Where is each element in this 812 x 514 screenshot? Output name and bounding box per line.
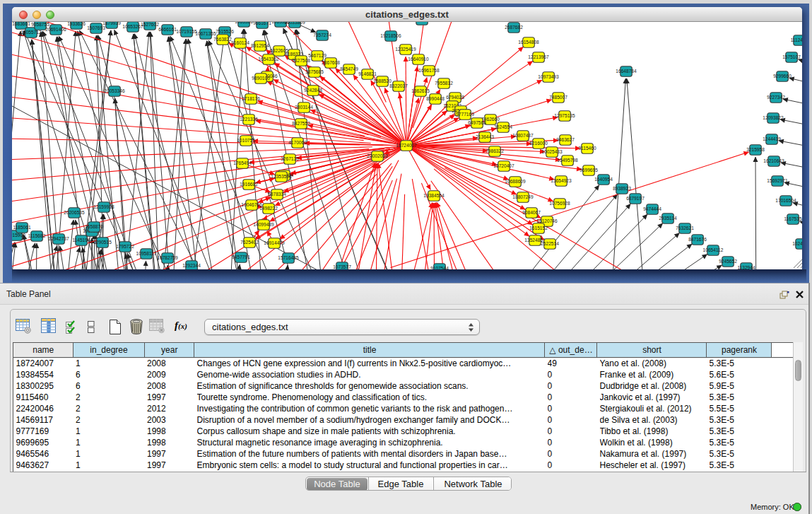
svg-text:2136443: 2136443 — [476, 134, 494, 139]
svg-text:3875685: 3875685 — [305, 69, 324, 74]
svg-text:1683661: 1683661 — [12, 22, 30, 26]
svg-text:6466161: 6466161 — [158, 27, 177, 32]
svg-text:10719155: 10719155 — [176, 29, 197, 34]
svg-text:16782759: 16782759 — [157, 255, 178, 260]
svg-text:12159918: 12159918 — [93, 204, 114, 209]
svg-text:16120746: 16120746 — [536, 218, 558, 223]
svg-text:16640910: 16640910 — [408, 57, 429, 62]
svg-text:15716485: 15716485 — [278, 255, 299, 260]
svg-text:10688609: 10688609 — [505, 179, 526, 184]
svg-text:1132944: 1132944 — [737, 265, 755, 269]
svg-text:12093822: 12093822 — [763, 115, 784, 120]
svg-text:18724007: 18724007 — [396, 143, 417, 148]
svg-text:8990448: 8990448 — [426, 96, 445, 101]
svg-text:10654112: 10654112 — [703, 247, 724, 252]
svg-text:1588520: 1588520 — [373, 78, 392, 83]
svg-text:7515526: 7515526 — [216, 29, 234, 34]
svg-text:2522514: 2522514 — [541, 241, 559, 246]
svg-text:1112483: 1112483 — [791, 37, 802, 42]
svg-text:1292344: 1292344 — [182, 263, 201, 268]
svg-text:9463627: 9463627 — [556, 137, 575, 142]
svg-text:6497568: 6497568 — [468, 120, 486, 125]
svg-text:2935114: 2935114 — [659, 216, 677, 221]
svg-text:6794028: 6794028 — [446, 95, 464, 100]
svg-text:9661671: 9661671 — [253, 22, 271, 25]
svg-text:12353594: 12353594 — [271, 174, 292, 179]
svg-text:1527602: 1527602 — [141, 22, 159, 27]
svg-text:2803144: 2803144 — [295, 105, 313, 110]
svg-text:2718176: 2718176 — [242, 96, 260, 101]
svg-text:1185061: 1185061 — [13, 225, 31, 230]
svg-text:1167535: 1167535 — [784, 216, 802, 221]
svg-text:1933626: 1933626 — [67, 22, 86, 26]
svg-text:14055712: 14055712 — [20, 30, 42, 35]
svg-text:8938923: 8938923 — [613, 186, 631, 191]
svg-text:1507693: 1507693 — [87, 25, 105, 30]
svg-text:1879939: 1879939 — [102, 22, 121, 25]
svg-text:9227342: 9227342 — [767, 95, 785, 100]
svg-text:1498222: 1498222 — [259, 206, 278, 211]
svg-text:9777169: 9777169 — [456, 112, 474, 117]
svg-text:10973493: 10973493 — [538, 74, 559, 79]
svg-text:7357274: 7357274 — [313, 33, 331, 37]
svg-text:23002033: 23002033 — [367, 153, 388, 158]
svg-text:19384554: 19384554 — [423, 193, 445, 198]
svg-text:9245652: 9245652 — [719, 259, 737, 264]
svg-text:1362615: 1362615 — [411, 88, 430, 93]
svg-text:1575107: 1575107 — [782, 54, 801, 59]
svg-text:6879197: 6879197 — [626, 196, 645, 201]
svg-text:16033809: 16033809 — [284, 22, 305, 25]
svg-text:12213967: 12213967 — [528, 54, 549, 59]
svg-text:8322037: 8322037 — [389, 83, 408, 88]
svg-text:18807249: 18807249 — [512, 194, 534, 199]
svg-text:9299660: 9299660 — [773, 74, 792, 78]
svg-text:1145194: 1145194 — [72, 238, 90, 243]
svg-text:3624554: 3624554 — [494, 124, 512, 129]
svg-text:12975135: 12975135 — [554, 113, 575, 118]
svg-text:16961758: 16961758 — [418, 68, 440, 73]
svg-text:10807487: 10807487 — [512, 133, 534, 138]
svg-text:1024502: 1024502 — [792, 241, 802, 246]
svg-text:10671355: 10671355 — [195, 31, 216, 36]
svg-text:20053346: 20053346 — [104, 88, 125, 93]
svg-text:10958117: 10958117 — [136, 251, 157, 256]
svg-text:19218506: 19218506 — [380, 33, 401, 38]
svg-text:7625402: 7625402 — [240, 240, 259, 245]
svg-text:1115682: 1115682 — [28, 233, 46, 238]
svg-text:6216000: 6216000 — [529, 141, 548, 146]
svg-text:9058755: 9058755 — [31, 22, 49, 27]
svg-text:3267130: 3267130 — [281, 156, 299, 161]
svg-text:20691406: 20691406 — [45, 27, 66, 32]
svg-text:5878334: 5878334 — [268, 192, 286, 197]
svg-text:9107544: 9107544 — [430, 266, 449, 269]
svg-text:1916682: 1916682 — [240, 182, 258, 187]
svg-text:4170060: 4170060 — [288, 140, 307, 145]
svg-text:1640954: 1640954 — [594, 177, 613, 182]
svg-text:8454749: 8454749 — [340, 66, 358, 71]
svg-text:2687682: 2687682 — [505, 25, 523, 30]
svg-text:14099489: 14099489 — [253, 222, 274, 227]
svg-text:7955812: 7955812 — [435, 81, 453, 86]
svg-text:16914479: 16914479 — [264, 240, 285, 245]
svg-text:7986322: 7986322 — [486, 148, 504, 153]
svg-text:3915900: 3915900 — [12, 233, 25, 238]
svg-text:16154808: 16154808 — [518, 40, 539, 45]
svg-text:1765494: 1765494 — [233, 160, 252, 165]
svg-text:9474444: 9474444 — [643, 206, 661, 211]
svg-text:1795722: 1795722 — [116, 244, 134, 249]
svg-text:1290515: 1290515 — [93, 240, 112, 245]
svg-text:10025433: 10025433 — [541, 149, 563, 154]
svg-text:2867608: 2867608 — [322, 60, 340, 65]
svg-text:13654923: 13654923 — [551, 178, 572, 183]
svg-text:15495798: 15495798 — [557, 158, 578, 163]
svg-text:1615152: 1615152 — [529, 226, 548, 230]
svg-text:1658870: 1658870 — [85, 224, 103, 229]
svg-text:3215958: 3215958 — [746, 147, 765, 152]
svg-text:12325419: 12325419 — [395, 47, 416, 52]
svg-text:16648784: 16648784 — [616, 69, 637, 74]
svg-text:10756928: 10756928 — [549, 201, 570, 206]
svg-text:1065326: 1065326 — [235, 22, 253, 24]
svg-text:7632621: 7632621 — [676, 226, 694, 230]
svg-text:7485007: 7485007 — [549, 95, 567, 100]
svg-text:1010755: 1010755 — [237, 138, 255, 143]
